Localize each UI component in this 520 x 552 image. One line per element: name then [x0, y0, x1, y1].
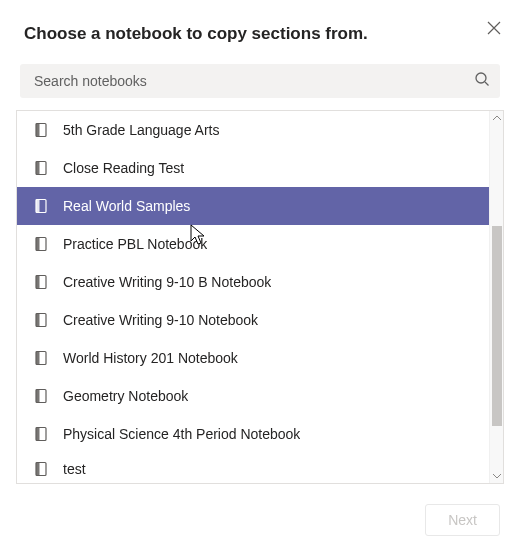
svg-rect-12 [36, 314, 40, 327]
notebook-item-label: Practice PBL Notebook [63, 236, 207, 252]
notebook-item[interactable]: Close Reading Test [17, 149, 489, 187]
scrollbar-thumb[interactable] [492, 226, 502, 426]
dialog-header: Choose a notebook to copy sections from. [16, 24, 504, 44]
notebook-icon [33, 198, 49, 214]
notebook-icon [33, 312, 49, 328]
search-input[interactable] [20, 64, 500, 98]
notebook-item[interactable]: Practice PBL Notebook [17, 225, 489, 263]
notebook-item-label: Creative Writing 9-10 Notebook [63, 312, 258, 328]
notebook-item-label: Real World Samples [63, 198, 190, 214]
svg-rect-2 [36, 124, 40, 137]
scrollbar[interactable] [489, 111, 503, 483]
dialog-title: Choose a notebook to copy sections from. [24, 24, 368, 44]
notebook-item-label: Creative Writing 9-10 B Notebook [63, 274, 271, 290]
svg-rect-16 [36, 390, 40, 403]
dialog-footer: Next [16, 484, 504, 536]
notebook-list-container: 5th Grade Language ArtsClose Reading Tes… [16, 110, 504, 484]
svg-rect-20 [36, 463, 40, 476]
close-button[interactable] [484, 18, 504, 38]
search-container [20, 64, 500, 98]
notebook-item[interactable]: Creative Writing 9-10 B Notebook [17, 263, 489, 301]
notebook-item[interactable]: Physical Science 4th Period Notebook [17, 415, 489, 453]
notebook-icon [33, 350, 49, 366]
notebook-item-label: World History 201 Notebook [63, 350, 238, 366]
close-icon [487, 21, 501, 35]
chevron-down-icon [493, 473, 501, 479]
notebook-item[interactable]: Geometry Notebook [17, 377, 489, 415]
notebook-item[interactable]: test [17, 453, 489, 477]
notebook-item[interactable]: 5th Grade Language Arts [17, 111, 489, 149]
copy-sections-dialog: Choose a notebook to copy sections from.… [0, 0, 520, 552]
svg-rect-4 [36, 162, 40, 175]
notebook-item[interactable]: Creative Writing 9-10 Notebook [17, 301, 489, 339]
notebook-icon [33, 236, 49, 252]
notebook-icon [33, 160, 49, 176]
notebook-item-label: 5th Grade Language Arts [63, 122, 219, 138]
notebook-item[interactable]: Real World Samples [17, 187, 489, 225]
svg-rect-10 [36, 276, 40, 289]
notebook-icon [33, 122, 49, 138]
notebook-item[interactable]: World History 201 Notebook [17, 339, 489, 377]
svg-rect-18 [36, 428, 40, 441]
chevron-up-icon [493, 115, 501, 121]
notebook-list: 5th Grade Language ArtsClose Reading Tes… [17, 111, 489, 483]
scroll-down-button[interactable] [490, 469, 504, 483]
scroll-up-button[interactable] [490, 111, 504, 125]
next-button[interactable]: Next [425, 504, 500, 536]
notebook-item-label: Geometry Notebook [63, 388, 188, 404]
svg-rect-6 [36, 200, 40, 213]
notebook-icon [33, 388, 49, 404]
svg-rect-8 [36, 238, 40, 251]
notebook-item-label: Close Reading Test [63, 160, 184, 176]
notebook-icon [33, 461, 49, 477]
notebook-icon [33, 274, 49, 290]
notebook-item-label: Physical Science 4th Period Notebook [63, 426, 300, 442]
svg-rect-14 [36, 352, 40, 365]
notebook-icon [33, 426, 49, 442]
notebook-item-label: test [63, 461, 86, 477]
